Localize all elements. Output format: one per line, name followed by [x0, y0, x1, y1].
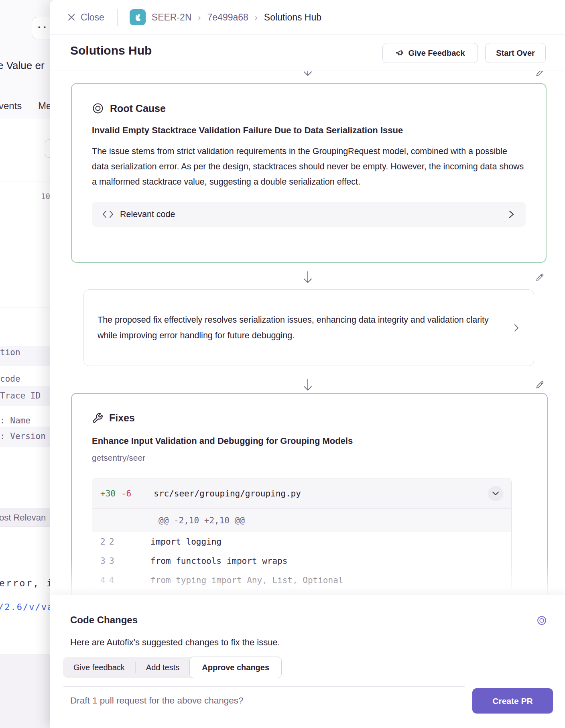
background-axis-tick: 10 — [41, 192, 50, 201]
code-changes-footer: Code Changes Here are Autofix's suggeste… — [50, 595, 565, 728]
drawer-topbar: Close SEER-2N › 7e499a68 › Solutions Hub — [50, 0, 565, 35]
diff-new-line-number: 3 — [109, 556, 126, 566]
root-cause-header: Root Cause — [92, 102, 526, 114]
diff-hunk-header: @@ -2,10 +2,10 @@ — [92, 509, 511, 532]
footer-divider — [63, 686, 465, 687]
page-title: Solutions Hub — [70, 44, 152, 57]
solutions-hub-drawer: Close SEER-2N › 7e499a68 › Solutions Hub… — [50, 0, 565, 728]
diff-line: 3 3 from functools import wraps — [92, 551, 511, 571]
breadcrumb-current: Solutions Hub — [264, 12, 321, 23]
diff-new-line-number: 2 — [109, 537, 126, 547]
give-feedback-label: Give Feedback — [408, 49, 465, 58]
megaphone-icon — [395, 49, 404, 57]
background-kv-row: : Name — [0, 416, 30, 425]
diff-old-line-number: 3 — [92, 556, 109, 566]
close-button[interactable]: Close — [67, 12, 104, 23]
add-tests-action[interactable]: Add tests — [136, 657, 190, 678]
solution-summary-card[interactable]: The proposed fix effectively resolves se… — [83, 289, 534, 366]
chip-label: ost Relevan — [0, 512, 46, 523]
root-cause-description: The issue stems from strict validation r… — [92, 144, 526, 189]
give-feedback-button[interactable]: Give Feedback — [382, 43, 478, 63]
action-segmented-control: Give feedback Add tests Approve changes — [63, 657, 281, 678]
background-footer-surface — [0, 654, 56, 728]
fixes-card: Fixes Enhance Input Validation and Debug… — [71, 393, 548, 595]
diff-code: from functools import wraps — [150, 556, 287, 566]
ellipsis-dots: ·· — [38, 21, 49, 34]
background-kv-row: : Version — [0, 431, 46, 441]
diff-old-line-number: 2 — [92, 537, 109, 547]
wrench-icon — [92, 413, 103, 424]
diff-added-count: +30 — [100, 489, 116, 498]
relevant-code-label: Relevant code — [120, 209, 175, 220]
relevant-code-expander[interactable]: Relevant code — [92, 202, 526, 227]
breadcrumb: SEER-2N › 7e499a68 › Solutions Hub — [152, 12, 321, 23]
background-kv-row: Trace ID — [0, 391, 41, 401]
background-tab-me[interactable]: Me — [38, 100, 51, 112]
chevron-right-icon: › — [255, 12, 258, 22]
close-label: Close — [81, 12, 104, 23]
target-icon[interactable] — [537, 615, 547, 626]
flow-down-arrow-icon — [303, 271, 313, 285]
collapse-diff-button[interactable] — [488, 486, 503, 501]
diff-line: 4 4 from typing import Any, List, Option… — [92, 571, 511, 590]
start-over-button[interactable]: Start Over — [485, 43, 546, 63]
flow-down-arrow-icon — [303, 71, 313, 77]
background-kv-row: tion — [0, 348, 20, 357]
root-cause-heading: Root Cause — [110, 103, 166, 114]
create-pr-button[interactable]: Create PR — [472, 688, 553, 714]
diff-line: 2 2 import logging — [92, 532, 511, 551]
code-brackets-icon — [102, 210, 114, 219]
edit-pencil-button[interactable] — [532, 269, 548, 285]
chevron-right-icon — [513, 323, 520, 333]
background-most-relevant-chip[interactable]: ost Relevan — [0, 508, 56, 527]
root-cause-card: Root Cause Invalid Empty Stacktrace Vali… — [71, 83, 547, 263]
start-over-label: Start Over — [496, 49, 535, 58]
code-changes-title: Code Changes — [70, 614, 138, 626]
edit-pencil-button[interactable] — [532, 71, 548, 81]
background-link-line[interactable]: /2.6/v/va — [0, 602, 53, 612]
fix-repo: getsentry/seer — [92, 453, 527, 463]
diff-new-line-number: 4 — [109, 575, 126, 585]
diff-code: from typing import Any, List, Optional — [150, 575, 343, 585]
diff-file-path: src/seer/grouping/grouping.py — [154, 489, 301, 498]
background-issue-title: e Value er — [0, 59, 45, 72]
diff-box: +30 -6 src/seer/grouping/grouping.py @@ … — [92, 478, 512, 590]
approve-changes-action[interactable]: Approve changes — [189, 657, 282, 678]
fixes-header: Fixes — [92, 412, 527, 424]
diff-old-line-number: 4 — [92, 575, 109, 585]
fix-title: Enhance Input Validation and Debugging f… — [92, 436, 527, 446]
draft-pr-question: Draft 1 pull request for the above chang… — [70, 695, 244, 706]
edit-pencil-button[interactable] — [532, 377, 548, 393]
seer-project-icon — [130, 9, 146, 25]
breadcrumb-issue-id[interactable]: 7e499a68 — [207, 12, 248, 23]
background-page: ·· e Value er vents Me 10 tion code Trac… — [0, 0, 56, 728]
target-icon — [92, 102, 104, 114]
breadcrumb-project[interactable]: SEER-2N — [152, 12, 192, 23]
code-changes-subtitle: Here are Autofix's suggested changes to … — [70, 637, 280, 648]
diff-removed-count: -6 — [121, 489, 131, 498]
close-icon — [67, 13, 76, 22]
background-divider — [0, 259, 56, 259]
flow-down-arrow-icon — [303, 378, 313, 392]
chevron-right-icon — [507, 209, 515, 219]
diff-code: import logging — [150, 537, 222, 547]
root-cause-title: Invalid Empty Stacktrace Validation Fail… — [92, 125, 526, 136]
chevron-right-icon: › — [198, 12, 201, 22]
background-divider — [0, 181, 56, 181]
solution-summary-text: The proposed fix effectively resolves se… — [98, 312, 503, 344]
background-kv-row: code — [0, 374, 20, 384]
drawer-scroll-area[interactable]: Root Cause Invalid Empty Stacktrace Vali… — [50, 71, 565, 595]
topbar-divider — [117, 9, 118, 26]
drawer-header: Solutions Hub Give Feedback Start Over — [50, 35, 565, 71]
background-tab-events[interactable]: vents — [0, 100, 22, 112]
give-feedback-action[interactable]: Give feedback — [63, 657, 135, 678]
diff-file-header[interactable]: +30 -6 src/seer/grouping/grouping.py — [92, 478, 511, 509]
fixes-heading: Fixes — [109, 412, 135, 424]
background-divider — [0, 307, 56, 307]
